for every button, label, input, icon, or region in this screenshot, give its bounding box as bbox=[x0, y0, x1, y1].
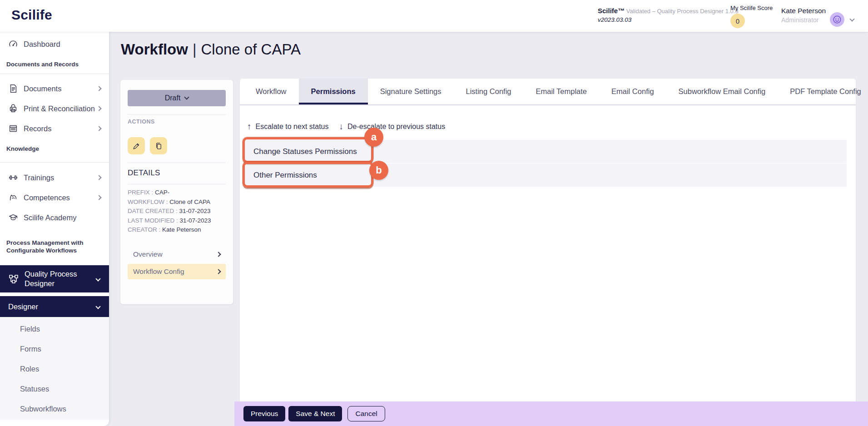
sidebar-item-records[interactable]: Records bbox=[0, 119, 109, 139]
legend-escalate-label: Escalate to next status bbox=[256, 123, 329, 131]
flexed-arm-icon bbox=[8, 193, 18, 203]
nav-item-workflow-config[interactable]: Workflow Config bbox=[128, 264, 226, 279]
tab-signature-settings[interactable]: Signature Settings bbox=[368, 79, 454, 104]
chevron-right-icon bbox=[216, 252, 221, 257]
workflow-config-panel: Workflow Permissions Signature Settings … bbox=[240, 79, 856, 426]
sidebar-item-label: Trainings bbox=[24, 173, 54, 182]
sidebar-item-label: Quality Process Designer bbox=[25, 269, 93, 288]
chevron-down-icon bbox=[184, 94, 189, 99]
annotation-badge-b: b bbox=[369, 161, 388, 180]
sidebar-item-competences[interactable]: Competences bbox=[0, 188, 109, 208]
chevron-right-icon bbox=[96, 195, 101, 200]
cancel-button[interactable]: Cancel bbox=[347, 406, 385, 421]
legend-deescalate-label: De-escalate to previous status bbox=[347, 123, 445, 131]
divider bbox=[128, 163, 226, 163]
sidebar-item-forms[interactable]: Forms bbox=[0, 339, 109, 359]
user-role: Administrator bbox=[781, 16, 826, 24]
detail-separator: : bbox=[174, 208, 179, 214]
status-dropdown[interactable]: Draft bbox=[128, 90, 226, 106]
detail-value: CAP- bbox=[155, 189, 169, 196]
nav-item-overview[interactable]: Overview bbox=[128, 247, 226, 262]
sidebar: Dashboard Documents and Records Document… bbox=[0, 32, 109, 426]
change-statuses-permissions-row[interactable]: Change Statuses Permissions bbox=[244, 140, 847, 163]
page-title: Workflow|Clone of CAPA bbox=[121, 41, 301, 58]
divider bbox=[128, 114, 226, 115]
sidebar-item-quality-process-designer[interactable]: Quality Process Designer bbox=[0, 265, 109, 292]
tab-listing-config[interactable]: Listing Config bbox=[454, 79, 524, 104]
chevron-right-icon bbox=[96, 175, 101, 180]
edit-button[interactable] bbox=[128, 137, 145, 154]
actions-heading: ACTIONS bbox=[128, 119, 226, 125]
product-name: Scilife™ bbox=[598, 7, 625, 15]
sidebar-item-scilife-academy[interactable]: Scilife Academy bbox=[0, 208, 109, 228]
detail-separator: : bbox=[150, 189, 155, 196]
tab-email-template[interactable]: Email Template bbox=[524, 79, 600, 104]
tab-subworkflow-email-config[interactable]: Subworkflow Email Config bbox=[666, 79, 778, 104]
detail-row-date-created: DATE CREATED : 31-07-2023 bbox=[128, 207, 226, 216]
page-title-separator: | bbox=[193, 41, 197, 58]
printer-lock-icon bbox=[8, 104, 18, 114]
page-title-entity: Clone of CAPA bbox=[201, 41, 301, 58]
tab-workflow[interactable]: Workflow bbox=[243, 79, 299, 104]
app-window: Scilife Scilife™ Validated – Quality Pro… bbox=[0, 0, 868, 426]
chevron-right-icon bbox=[216, 269, 221, 274]
actions-row bbox=[128, 137, 226, 154]
sidebar-item-label: Designer bbox=[8, 302, 38, 312]
scilife-score: My Scilife Score 0 bbox=[730, 5, 773, 28]
chevron-down-icon[interactable] bbox=[849, 16, 854, 21]
up-arrow-icon: ↑ bbox=[247, 122, 252, 132]
detail-label: PREFIX bbox=[128, 189, 150, 196]
detail-value: 31-07-2023 bbox=[180, 217, 211, 224]
sidebar-item-subworkflows[interactable]: Subworkflows bbox=[0, 399, 109, 419]
detail-label: WORKFLOW bbox=[128, 198, 164, 205]
graduation-cap-icon bbox=[8, 213, 18, 223]
smiley-avatar-icon[interactable] bbox=[830, 12, 844, 27]
sidebar-item-label: Competences bbox=[24, 193, 70, 202]
tab-email-config[interactable]: Email Config bbox=[599, 79, 666, 104]
sidebar-item-print-reconciliation[interactable]: Print & Reconciliation bbox=[0, 99, 109, 119]
other-permissions-row[interactable]: Other Permissions bbox=[244, 163, 847, 187]
nav-item-label: Workflow Config bbox=[133, 267, 184, 276]
chevron-right-icon bbox=[96, 126, 101, 131]
top-header: Scilife Scilife™ Validated – Quality Pro… bbox=[0, 0, 868, 32]
detail-row-last-modified: LAST MODIFIED : 31-07-2023 bbox=[128, 216, 226, 226]
duplicate-button[interactable] bbox=[150, 137, 167, 154]
details-rows: PREFIX : CAP- WORKFLOW : Clone of CAPA D… bbox=[128, 188, 226, 235]
detail-label: CREATOR bbox=[128, 226, 157, 233]
detail-separator: : bbox=[174, 217, 179, 224]
score-label: My Scilife Score bbox=[730, 5, 773, 11]
page-title-section: Workflow bbox=[121, 41, 188, 58]
sidebar-item-statuses[interactable]: Statuses bbox=[0, 379, 109, 399]
previous-button[interactable]: Previous bbox=[243, 406, 285, 421]
sidebar-item-fields[interactable]: Fields bbox=[0, 319, 109, 339]
edit-pencil-icon bbox=[132, 142, 141, 150]
product-version: v2023.03.03 bbox=[598, 15, 739, 24]
tab-permissions[interactable]: Permissions bbox=[299, 79, 368, 104]
score-badge[interactable]: 0 bbox=[730, 14, 745, 28]
sidebar-item-dashboard[interactable]: Dashboard bbox=[0, 34, 109, 54]
workflow-details-panel: Draft ACTIONS DETAILS PREFIX : C bbox=[120, 80, 233, 304]
divider bbox=[128, 184, 226, 184]
nav-item-label: Overview bbox=[133, 250, 163, 258]
sidebar-item-documents[interactable]: Documents bbox=[0, 79, 109, 99]
designer-submenu: Fields Forms Roles Statuses Subworkflows bbox=[0, 317, 109, 420]
tab-pdf-template-config[interactable]: PDF Template Config bbox=[778, 79, 868, 104]
footer-action-bar: Previous Save & Next Cancel bbox=[234, 401, 868, 426]
product-info: Scilife™ Validated – Quality Process Des… bbox=[598, 6, 739, 24]
sidebar-item-roles[interactable]: Roles bbox=[0, 359, 109, 379]
user-info: Kate Peterson Administrator bbox=[781, 7, 826, 24]
workflow-nodes-icon bbox=[8, 273, 19, 284]
chevron-right-icon bbox=[96, 86, 101, 91]
detail-label: DATE CREATED bbox=[128, 208, 174, 214]
sidebar-item-trainings[interactable]: Trainings bbox=[0, 168, 109, 188]
sidebar-item-label: Documents bbox=[24, 84, 61, 93]
chevron-down-icon bbox=[95, 276, 100, 281]
detail-row-prefix: PREFIX : CAP- bbox=[128, 188, 226, 198]
chevron-down-icon bbox=[95, 304, 100, 309]
down-arrow-icon: ↓ bbox=[339, 122, 343, 132]
sidebar-item-designer[interactable]: Designer bbox=[0, 296, 109, 317]
tab-bar: Workflow Permissions Signature Settings … bbox=[240, 79, 856, 105]
scilife-logo[interactable]: Scilife bbox=[11, 7, 52, 23]
save-next-button[interactable]: Save & Next bbox=[288, 406, 342, 421]
sidebar-item-label: Records bbox=[24, 124, 51, 133]
